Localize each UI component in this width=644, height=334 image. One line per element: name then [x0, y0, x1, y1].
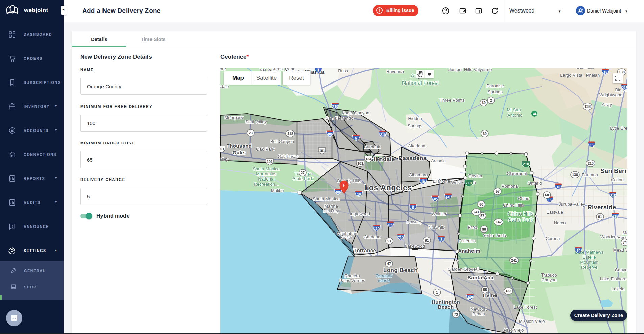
svg-text:10: 10: [357, 193, 361, 196]
svg-text:Garden Grove: Garden Grove: [448, 267, 476, 272]
svg-text:Norwalk: Norwalk: [429, 225, 444, 230]
svg-text:39: 39: [483, 132, 487, 136]
svg-text:101: 101: [267, 160, 273, 164]
svg-text:605: 605: [432, 197, 438, 201]
svg-text:Mt San: Mt San: [507, 107, 521, 112]
svg-text:Estelle: Estelle: [582, 255, 596, 260]
svg-text:91: 91: [387, 239, 391, 243]
svg-text:60: 60: [479, 202, 483, 206]
svg-text:National: National: [258, 176, 274, 182]
svg-text:Beach: Beach: [438, 304, 454, 310]
svg-text:Ontario: Ontario: [528, 181, 542, 186]
svg-text:Antonio: Antonio: [507, 113, 522, 118]
svg-text:Del Rey: Del Rey: [323, 208, 339, 213]
svg-text:90: 90: [482, 227, 486, 231]
svg-text:133: 133: [505, 289, 511, 293]
svg-text:Covina: Covina: [468, 173, 482, 178]
svg-text:Wrightwood: Wrightwood: [599, 92, 622, 97]
svg-text:Alhambra: Alhambra: [409, 172, 428, 177]
svg-text:405: 405: [467, 296, 473, 300]
svg-text:Lakela: Lakela: [612, 286, 625, 291]
svg-text:Yorba Linda: Yorba Linda: [483, 233, 507, 238]
svg-text:105: 105: [388, 223, 393, 227]
svg-text:Valley: Valley: [220, 157, 229, 162]
svg-text:405: 405: [335, 191, 341, 194]
svg-text:138: 138: [584, 104, 591, 109]
svg-text:Glendale: Glendale: [369, 156, 395, 162]
svg-text:Fontana: Fontana: [582, 172, 598, 177]
svg-text:Arcadia: Arcadia: [431, 158, 446, 163]
svg-text:60: 60: [545, 193, 549, 197]
svg-text:Santa Monica: Santa Monica: [313, 196, 340, 201]
svg-text:710: 710: [398, 236, 404, 240]
svg-text:10: 10: [556, 185, 560, 189]
svg-text:2: 2: [490, 98, 492, 102]
svg-text:San Fernando: San Fernando: [326, 116, 353, 121]
svg-text:Oak Hills: Oak Hills: [576, 68, 594, 70]
svg-text:Oak Park: Oak Park: [256, 147, 275, 152]
svg-text:Springs: Springs: [408, 123, 423, 128]
svg-text:Canyon: Canyon: [542, 277, 557, 282]
svg-text:National Forest: National Forest: [402, 80, 439, 86]
svg-text:Pomona: Pomona: [502, 184, 518, 189]
svg-text:Canyon: Canyon: [615, 267, 627, 272]
svg-text:Ravenna: Ravenna: [386, 69, 404, 74]
svg-text:Mead Va: Mead Va: [613, 247, 627, 253]
svg-text:101: 101: [220, 147, 224, 151]
svg-text:91: 91: [598, 215, 602, 219]
svg-text:Bell Canyon: Bell Canyon: [270, 139, 294, 144]
svg-text:241: 241: [473, 210, 479, 214]
svg-text:F: F: [343, 183, 345, 188]
svg-text:Chino Hills: Chino Hills: [503, 202, 524, 208]
svg-text:Los Angeles: Los Angeles: [364, 183, 412, 192]
svg-text:241: 241: [511, 258, 517, 262]
svg-text:15: 15: [603, 71, 607, 74]
svg-text:Reserve: Reserve: [581, 265, 597, 270]
svg-text:710: 710: [466, 181, 472, 185]
svg-text:Whittier: Whittier: [432, 211, 447, 216]
svg-text:5: 5: [355, 137, 357, 140]
svg-text:15: 15: [548, 198, 552, 202]
svg-text:Riverside: Riverside: [588, 204, 616, 211]
svg-text:Colton: Colton: [611, 177, 624, 182]
svg-text:Calabasas: Calabasas: [278, 154, 299, 159]
svg-text:Pasadena: Pasadena: [398, 155, 427, 161]
svg-text:Juniper Hills Valyermo: Juniper Hills Valyermo: [448, 68, 492, 72]
svg-text:Burbank: Burbank: [364, 144, 381, 149]
svg-text:101: 101: [357, 161, 363, 165]
svg-text:5: 5: [412, 206, 414, 210]
svg-text:Simi Valley: Simi Valley: [245, 119, 267, 124]
svg-text:Anaheim: Anaheim: [458, 248, 480, 254]
svg-text:Oaks: Oaks: [233, 150, 246, 156]
svg-text:Terminal: Terminal: [375, 273, 392, 278]
svg-text:Inglewood: Inglewood: [350, 211, 370, 216]
svg-text:118: 118: [288, 132, 293, 136]
svg-text:Island: Island: [378, 278, 390, 283]
svg-text:Springs: Springs: [488, 89, 503, 94]
svg-text:91: 91: [425, 238, 429, 242]
svg-text:Mountain: Mountain: [580, 260, 598, 265]
svg-text:Lakewood: Lakewood: [405, 244, 425, 249]
svg-text:Long Beach: Long Beach: [383, 267, 418, 273]
svg-text:Jurupa Valley: Jurupa Valley: [559, 201, 585, 207]
svg-text:Corona: Corona: [546, 236, 560, 241]
svg-text:Kagel Canyon: Kagel Canyon: [342, 110, 369, 115]
svg-text:27: 27: [301, 171, 305, 175]
svg-text:215: 215: [610, 194, 616, 198]
svg-text:Russ: Russ: [338, 68, 348, 73]
svg-text:Gardena: Gardena: [364, 234, 381, 239]
svg-text:1: 1: [436, 290, 438, 294]
svg-text:Moorpark: Moorpark: [225, 115, 243, 120]
svg-text:Largo Vista: Largo Vista: [560, 73, 582, 78]
svg-text:Lake Elsinore: Lake Elsinore: [600, 276, 627, 281]
svg-text:Palos Verdes: Palos Verdes: [339, 278, 365, 283]
svg-text:Downey: Downey: [407, 219, 422, 224]
svg-text:San Berna: San Berna: [601, 168, 627, 174]
svg-text:210: 210: [588, 161, 594, 165]
svg-text:5: 5: [317, 69, 319, 73]
svg-text:Beach: Beach: [340, 235, 352, 240]
svg-text:210: 210: [380, 133, 386, 137]
svg-text:57: 57: [496, 189, 500, 193]
svg-text:215: 215: [613, 215, 618, 218]
svg-text:Mission Viejo: Mission Viejo: [519, 319, 545, 324]
